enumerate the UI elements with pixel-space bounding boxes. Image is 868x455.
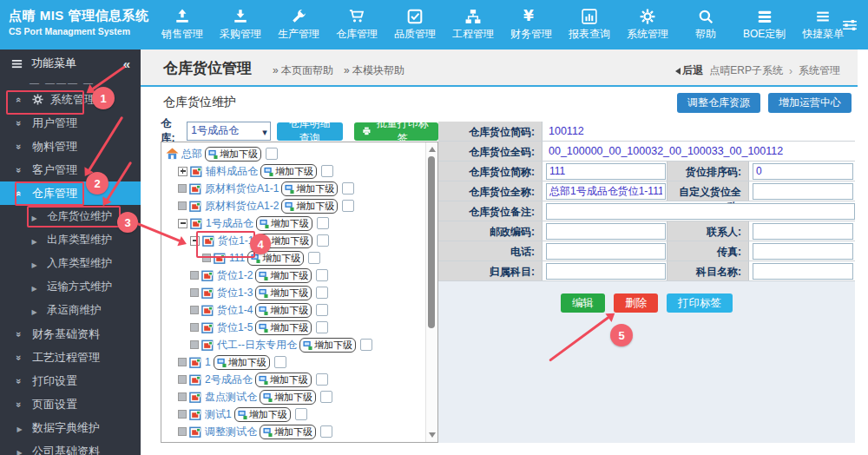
tree-node-label[interactable]: 货位1-5 [217, 320, 253, 335]
tree-node-checkbox[interactable] [316, 287, 328, 299]
tree-expander-icon[interactable] [178, 201, 187, 210]
tree-expander-icon[interactable] [178, 392, 187, 401]
tree-scrollbar[interactable] [425, 142, 437, 442]
tree-expander-icon[interactable] [178, 184, 187, 193]
tree-node-checkbox[interactable] [316, 373, 328, 386]
add-child-button[interactable]: 增加下级 [205, 147, 261, 162]
add-child-button[interactable]: 增加下级 [255, 286, 312, 300]
tree-node-label[interactable]: 1 [205, 356, 211, 368]
sidebar-item[interactable]: ▶出库类型维护 [0, 228, 141, 252]
scroll-down-icon[interactable] [429, 432, 436, 438]
topmenu-item[interactable]: 仓库管理 [336, 9, 378, 42]
tree-expander-icon[interactable] [178, 427, 187, 436]
topmenu-item[interactable]: ¥财务管理 [510, 9, 552, 42]
tree-node-label[interactable]: 货位1-2 [217, 268, 253, 283]
topmenu-item[interactable]: 报表查询 [569, 9, 610, 42]
topmenu-item[interactable]: 生产管理 [278, 9, 319, 42]
form-input[interactable] [546, 243, 666, 260]
tree-expander-icon[interactable] [190, 236, 200, 246]
page-help-link[interactable]: » 本页面帮助 [273, 63, 333, 78]
form-input[interactable] [546, 163, 666, 180]
sidebar-item[interactable]: ▶入库类型维护 [0, 252, 141, 275]
tree-expander-icon[interactable] [178, 358, 187, 366]
topmenu-item[interactable]: BOE定制 [743, 9, 786, 42]
tree-node-checkbox[interactable] [316, 304, 328, 316]
tree-node-label[interactable]: 原材料货位A1-1 [205, 181, 279, 196]
sidebar-item[interactable]: «仓库管理 [0, 181, 141, 205]
add-child-button[interactable]: 增加下级 [299, 338, 356, 353]
add-child-button[interactable]: 增加下级 [260, 425, 316, 439]
warehouse-select[interactable]: 1号成品仓 ▾ [187, 122, 270, 141]
tree-expander-icon[interactable] [190, 323, 199, 332]
tree-expander-icon[interactable] [178, 219, 187, 228]
tree-node-label[interactable]: 111 [229, 252, 245, 264]
sidebar-item[interactable]: ▶运输方式维护 [0, 275, 141, 299]
tree-expander-icon[interactable] [190, 288, 199, 297]
sidebar-item[interactable]: »页面设置 [0, 392, 141, 416]
add-child-button[interactable]: 增加下级 [255, 268, 312, 283]
tree-node-label[interactable]: 测试1 [205, 407, 232, 422]
tree-node-checkbox[interactable] [320, 391, 332, 403]
tree-expander-icon[interactable] [190, 340, 199, 349]
tree-node-checkbox[interactable] [317, 234, 329, 247]
sidebar-item[interactable]: »工艺过程管理 [0, 346, 141, 369]
form-input[interactable] [546, 183, 666, 200]
add-child-button[interactable]: 增加下级 [255, 373, 312, 387]
tree-node-label[interactable]: 代工--日东专用仓 [217, 338, 297, 353]
form-input[interactable] [753, 163, 853, 180]
tree-node-checkbox[interactable] [316, 321, 328, 333]
tree-expander-icon[interactable] [178, 375, 187, 384]
scroll-up-icon[interactable] [429, 147, 436, 152]
sidebar-item[interactable]: ▶承运商维护 [0, 299, 141, 322]
form-input[interactable] [546, 263, 666, 280]
tree-node-label[interactable]: 调整测试仓 [205, 425, 257, 439]
adjust-warehouse-resource-button[interactable]: 调整仓库资源 [677, 93, 760, 113]
sidebar-item[interactable]: »物料管理 [0, 135, 141, 158]
tree-node-checkbox[interactable] [316, 269, 328, 281]
delete-button[interactable]: 删除 [614, 293, 658, 313]
sidebar-item[interactable]: »用户管理 [0, 111, 141, 135]
tree-expander-icon[interactable] [178, 167, 187, 176]
add-child-button[interactable]: 增加下级 [255, 303, 312, 318]
add-child-button[interactable]: 增加下级 [247, 251, 304, 266]
topmenu-item[interactable]: 采购管理 [220, 9, 261, 42]
add-child-button[interactable]: 增加下级 [234, 407, 291, 422]
tree-expander-icon[interactable] [202, 254, 211, 262]
tree-node-label[interactable]: 总部 [181, 147, 202, 162]
tree-node-checkbox[interactable] [342, 182, 354, 195]
add-child-button[interactable]: 增加下级 [256, 234, 312, 248]
tree-node-label[interactable]: 原材料货位A1-2 [205, 199, 279, 214]
tree-node-label[interactable]: 辅料成品仓 [206, 164, 258, 179]
tree-node-checkbox[interactable] [360, 339, 372, 351]
sidebar-item[interactable]: »客户管理 [0, 158, 141, 181]
sidebar-item[interactable]: »打印设置 [0, 369, 141, 392]
sliders-icon[interactable] [842, 17, 858, 33]
sidebar-item[interactable]: ▶数据字典维护 [0, 416, 141, 439]
tree-node-checkbox[interactable] [321, 165, 333, 177]
module-help-link[interactable]: » 本模块帮助 [344, 63, 404, 78]
topmenu-item[interactable]: 工程管理 [452, 9, 494, 42]
add-operation-center-button[interactable]: 增加运营中心 [768, 93, 852, 113]
back-button[interactable]: 后退 [675, 63, 703, 78]
topmenu-item[interactable]: 品质管理 [394, 9, 436, 42]
add-child-button[interactable]: 增加下级 [281, 181, 338, 196]
breadcrumb-erp[interactable]: 点晴ERP子系统 [709, 63, 783, 78]
tree-node-label[interactable]: 2号成品仓 [205, 373, 253, 387]
edit-button[interactable]: 编辑 [561, 293, 605, 313]
tree-expander-icon[interactable] [190, 271, 199, 280]
sidebar-item[interactable]: ▶公司基础资料 [0, 439, 141, 455]
add-child-button[interactable]: 增加下级 [281, 199, 338, 214]
breadcrumb-system[interactable]: 系统管理 [799, 63, 840, 78]
form-input[interactable] [546, 203, 855, 220]
tree-node-checkbox[interactable] [266, 148, 278, 160]
tree-node-checkbox[interactable] [317, 217, 329, 229]
warehouse-detail-query-button[interactable]: 仓库明细查询 [277, 122, 343, 141]
tree-expander-icon[interactable] [190, 306, 199, 314]
tree-node-label[interactable]: 1号成品仓 [206, 216, 253, 231]
sidebar-item[interactable]: «系统管理 [0, 88, 141, 111]
tree-node-checkbox[interactable] [274, 356, 286, 368]
add-child-button[interactable]: 增加下级 [237, 442, 293, 443]
form-input[interactable] [546, 223, 666, 240]
form-input[interactable] [753, 263, 853, 280]
tree-expander-icon[interactable] [178, 410, 187, 419]
